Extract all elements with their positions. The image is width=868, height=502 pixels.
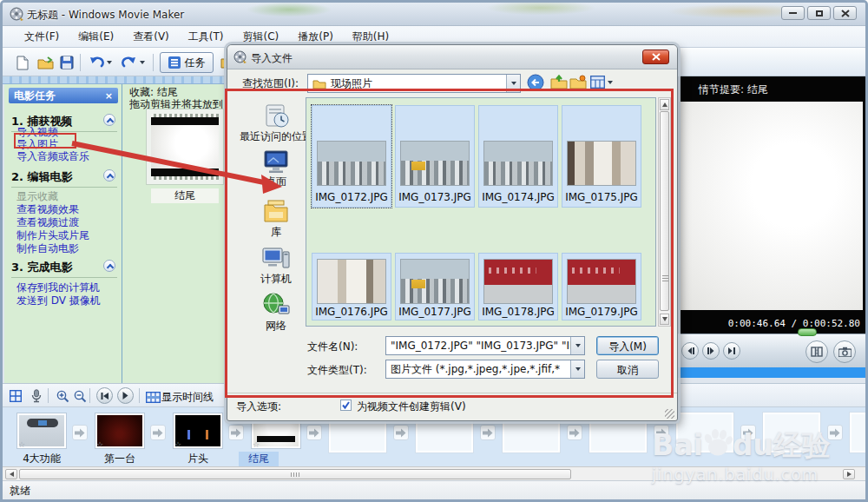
dialog-title: 导入文件 (251, 51, 293, 66)
rewind-icon (101, 393, 108, 400)
watermark-text: 经验 (773, 433, 831, 459)
next-frame-icon (707, 347, 715, 354)
narrate-timeline-button[interactable] (27, 387, 46, 405)
scrollbar-thumb[interactable] (19, 469, 571, 479)
watermark-url: jingyan.baidu.com (652, 465, 831, 484)
transition-arrow-icon (829, 427, 841, 439)
annotation-rectangle (225, 89, 674, 398)
effect-star-icon[interactable]: ☆ (174, 440, 181, 449)
transition-slot[interactable] (306, 425, 322, 440)
camera-icon (838, 347, 852, 357)
dialog-app-icon (233, 50, 247, 63)
collapse-chevron-icon[interactable] (103, 114, 115, 126)
minimize-button[interactable] (781, 6, 805, 20)
link-send-to-dv[interactable]: 发送到 DV 摄像机 (16, 294, 101, 308)
split-clip-icon (811, 347, 823, 357)
effect-star-icon[interactable]: ☆ (18, 440, 25, 449)
transition-slot[interactable] (150, 425, 166, 440)
redo-icon (122, 56, 137, 69)
microphone-icon (31, 389, 42, 403)
transition-slot[interactable] (567, 425, 582, 440)
save-icon (60, 56, 74, 69)
movie-tasks-title: 电影任务 (14, 89, 56, 103)
up-one-level-button[interactable] (550, 75, 568, 89)
preview-header: 情节提要: 结尾 (699, 83, 768, 97)
collection-title: 收藏: 结尾 (129, 86, 232, 98)
storyboard-clip[interactable]: ☆ (95, 413, 145, 449)
movie-tasks-pane: 电影任务 × 1. 捕获视频 导入视频 导入图片 导入音频或音乐 2. 编辑电影… (4, 84, 122, 383)
storyboard-grid-icon (10, 390, 22, 402)
watermark-brand: Bai du 经验 (652, 427, 831, 459)
menu-edit[interactable]: 编辑(E) (69, 27, 123, 47)
play-storyboard-button[interactable] (117, 387, 134, 404)
close-icon (841, 10, 850, 17)
dialog-close-button[interactable] (642, 50, 669, 64)
split-clip-button[interactable] (806, 340, 828, 363)
close-button[interactable] (833, 6, 857, 20)
save-button[interactable] (57, 54, 76, 71)
clip-label-selected[interactable]: 结尾 (239, 452, 279, 466)
tasks-icon (168, 56, 181, 69)
volume-slider[interactable] (798, 328, 817, 336)
transition-arrow-icon (395, 427, 407, 439)
play-icon (122, 392, 128, 400)
undo-button[interactable] (86, 54, 114, 71)
show-timeline-button[interactable] (143, 388, 162, 406)
take-picture-button[interactable] (833, 340, 856, 363)
folder-icon (312, 78, 326, 89)
menu-tools[interactable]: 工具(T) (179, 27, 233, 47)
collapse-chevron-icon[interactable] (103, 260, 115, 272)
close-pane-icon[interactable]: × (105, 90, 113, 102)
storyboard-view-button[interactable] (6, 387, 25, 405)
next-frame-button[interactable] (702, 342, 720, 360)
zoom-out-button[interactable] (70, 387, 89, 405)
redo-dropdown-arrow[interactable] (140, 61, 145, 64)
movie-maker-window: 无标题 - Windows Movie Maker 文件(F) 编辑(E) 查看… (0, 0, 868, 502)
menu-view[interactable]: 查看(V) (123, 27, 179, 47)
effect-star-icon[interactable]: ☆ (253, 440, 260, 449)
new-project-button[interactable] (13, 54, 32, 71)
effect-star-icon[interactable]: ☆ (96, 440, 103, 449)
new-folder-button[interactable] (569, 75, 587, 89)
previous-frame-icon (687, 347, 694, 354)
resize-grip[interactable] (665, 409, 674, 419)
zoom-in-button[interactable] (53, 387, 72, 405)
transition-arrow-icon (230, 427, 242, 439)
scroll-right-arrow[interactable] (843, 469, 855, 479)
clip-label: 4大功能 (11, 452, 72, 466)
rewind-storyboard-button[interactable] (96, 387, 113, 404)
previous-frame-button[interactable] (681, 342, 699, 360)
transition-slot[interactable] (393, 425, 409, 440)
create-clips-checkbox[interactable] (340, 400, 352, 411)
transition-slot[interactable] (72, 425, 88, 440)
scroll-left-arrow[interactable] (5, 469, 17, 479)
import-options-label: 导入选项: (236, 400, 281, 414)
playback-time: 0:00:46.64 / 0:00:52.80 (728, 318, 860, 329)
restore-button[interactable] (807, 6, 831, 20)
empty-storyboard-slot[interactable] (850, 413, 868, 452)
clip-label: 第一台 (89, 452, 150, 466)
show-timeline-label[interactable]: 显示时间线 (161, 390, 214, 405)
redo-button[interactable] (119, 54, 147, 71)
baidu-watermark: Bai du 经验 jingyan.baidu.com (652, 427, 831, 484)
open-project-button[interactable] (36, 54, 55, 71)
tasks-button[interactable]: 任务 (160, 52, 214, 73)
link-automovie[interactable]: 制作自动电影 (16, 241, 79, 256)
transition-slot[interactable] (480, 425, 496, 440)
undo-icon (89, 56, 104, 69)
chevron-down-icon[interactable] (608, 81, 613, 84)
menu-file[interactable]: 文件(F) (15, 27, 69, 47)
status-text: 就绪 (10, 485, 30, 497)
views-menu-button[interactable] (590, 76, 613, 89)
new-document-icon (16, 56, 29, 70)
undo-dropdown-arrow[interactable] (107, 61, 112, 64)
preview-pane: 情节提要: 结尾 0:00:46.64 / 0:00:52.80 (678, 76, 865, 378)
transition-slot[interactable] (228, 425, 244, 440)
transition-arrow-icon (152, 427, 164, 439)
watermark-text: Bai (652, 433, 703, 459)
paw-icon (701, 427, 734, 459)
storyboard-clip[interactable]: ☆ (173, 413, 223, 449)
section-finish-movie: 3. 完成电影 (11, 260, 117, 278)
skip-end-button[interactable] (723, 342, 740, 360)
storyboard-clip[interactable]: ☆ (16, 413, 67, 449)
